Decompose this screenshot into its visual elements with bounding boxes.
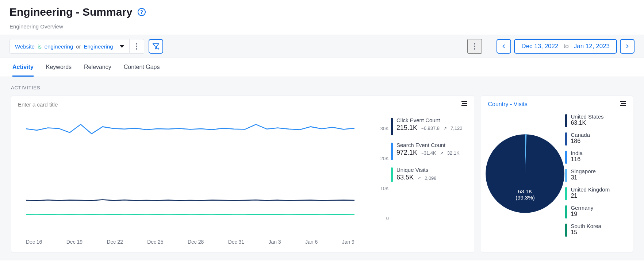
legend-item[interactable]: Unique Visits63.5K↗2,098	[391, 167, 466, 182]
legend-value: 972.1K	[396, 149, 417, 156]
legend-value: 31	[571, 174, 595, 181]
x-tick: Jan 3	[268, 239, 281, 245]
legend-swatch	[565, 224, 567, 237]
filter-key: Website	[15, 43, 35, 50]
pie-center-label: 63.1K (99.3%)	[515, 188, 535, 201]
legend-item[interactable]: Click Event Count215.1K~6,937.8↗7,122	[391, 117, 466, 135]
chart-series-line	[26, 124, 354, 134]
legend-trend: ~31.4K↗32.1K	[421, 150, 460, 156]
legend-trend: ↗2,098	[417, 175, 437, 181]
legend-name: United States	[571, 113, 603, 120]
pie-chart[interactable]: 63.1K (99.3%)	[485, 113, 565, 234]
legend-value: 116	[571, 156, 583, 163]
legend-swatch	[391, 167, 393, 182]
legend-name: Click Event Count	[396, 117, 463, 123]
filter-conj: or	[76, 43, 81, 50]
x-tick: Dec 31	[228, 239, 244, 245]
legend-swatch	[565, 114, 567, 127]
funnel-plus-icon	[152, 42, 160, 50]
tab-activity[interactable]: Activity	[12, 58, 34, 77]
x-tick: Dec 19	[66, 239, 83, 245]
legend-value: 15	[571, 229, 601, 236]
legend-trend: ~6,937.8↗7,122	[421, 125, 463, 131]
add-filter-button[interactable]	[149, 39, 163, 54]
legend-name: Unique Visits	[396, 167, 437, 173]
pie-legend-item[interactable]: United Kingdom21	[565, 186, 629, 200]
card-menu-icon[interactable]	[620, 101, 626, 108]
legend-value: 215.1K	[396, 124, 417, 132]
legend-value: 21	[571, 193, 610, 199]
more-vertical-icon	[136, 43, 137, 50]
toolbar-more-button[interactable]	[467, 39, 482, 54]
legend-swatch	[391, 118, 393, 135]
help-icon[interactable]: ?	[138, 8, 146, 16]
legend-value: 63.1K	[571, 120, 603, 126]
date-to-label: to	[564, 43, 569, 50]
legend-name: United Kingdom	[571, 186, 610, 193]
date-next-button[interactable]	[620, 39, 635, 54]
legend-name: Search Event Count	[396, 142, 460, 148]
chevron-right-icon	[625, 44, 630, 49]
legend-name: Singapore	[571, 168, 595, 174]
filter-operator: is	[38, 43, 42, 50]
card-title: Country - Visits	[488, 101, 527, 108]
y-tick: 20K	[380, 156, 389, 161]
legend-value: 63.5K	[396, 174, 414, 181]
page-title: Engineering - Summary	[9, 6, 133, 18]
date-range-button[interactable]: Dec 13, 2022 to Jan 12, 2023	[514, 39, 617, 54]
activity-chart-card: 30K20K10K0 Dec 16Dec 19Dec 22Dec 25Dec 2…	[11, 96, 474, 252]
y-tick: 30K	[380, 126, 389, 131]
y-tick: 10K	[380, 186, 389, 191]
pie-legend-item[interactable]: Germany19	[565, 205, 629, 218]
date-prev-button[interactable]	[497, 39, 511, 54]
x-tick: Jan 9	[342, 239, 354, 245]
legend-swatch	[565, 151, 567, 164]
x-tick: Dec 22	[107, 239, 123, 245]
legend-swatch	[391, 143, 393, 160]
legend-swatch	[565, 132, 567, 146]
tab-keywords[interactable]: Keywords	[46, 58, 72, 77]
date-to: Jan 12, 2023	[574, 43, 610, 50]
tab-relevancy[interactable]: Relevancy	[84, 58, 111, 77]
chevron-down-icon	[120, 45, 124, 48]
x-tick: Dec 28	[188, 239, 204, 245]
legend-name: India	[571, 150, 583, 156]
x-tick: Dec 25	[147, 239, 163, 245]
tab-content-gaps[interactable]: Content Gaps	[124, 58, 160, 77]
toolbar: Website is engineering or Engineering De…	[0, 35, 644, 58]
date-from: Dec 13, 2022	[521, 43, 558, 50]
y-tick: 0	[386, 216, 389, 221]
legend-item[interactable]: Search Event Count972.1K~31.4K↗32.1K	[391, 142, 466, 160]
legend-swatch	[565, 205, 567, 218]
filter-value-2: Engineering	[84, 43, 113, 50]
pie-legend-item[interactable]: Canada186	[565, 132, 629, 146]
section-label: ACTIVITIES	[11, 85, 633, 90]
more-vertical-icon	[474, 43, 475, 50]
page-subtitle: Engineering Overview	[9, 23, 635, 30]
chart-series-line	[26, 214, 354, 215]
x-tick: Jan 6	[305, 239, 318, 245]
x-tick: Dec 16	[26, 239, 42, 245]
line-chart[interactable]: 30K20K10K0 Dec 16Dec 19Dec 22Dec 25Dec 2…	[11, 113, 391, 245]
card-title-input[interactable]	[18, 101, 127, 108]
legend-name: Canada	[571, 132, 590, 138]
filter-value-1: engineering	[45, 43, 73, 50]
chart-series-line	[26, 200, 354, 200]
filter-chip-more-button[interactable]	[130, 39, 144, 54]
legend-value: 186	[571, 138, 590, 144]
legend-swatch	[565, 169, 567, 182]
pie-legend-item[interactable]: India116	[565, 150, 629, 164]
tabs: ActivityKeywordsRelevancyContent Gaps	[0, 58, 644, 77]
legend-value: 19	[571, 211, 593, 217]
filter-chip[interactable]: Website is engineering or Engineering	[9, 39, 130, 54]
legend-name: South Korea	[571, 223, 601, 229]
country-visits-card: Country - Visits 63.1K (99.3%) United St…	[481, 96, 633, 252]
pie-legend-item[interactable]: South Korea15	[565, 223, 629, 237]
pie-legend-item[interactable]: United States63.1K	[565, 113, 629, 127]
date-range-controls: Dec 13, 2022 to Jan 12, 2023	[497, 39, 635, 54]
legend-name: Germany	[571, 205, 593, 211]
card-menu-icon[interactable]	[461, 101, 467, 108]
legend-swatch	[565, 187, 567, 200]
chevron-left-icon	[501, 44, 506, 49]
pie-legend-item[interactable]: Singapore31	[565, 168, 629, 182]
